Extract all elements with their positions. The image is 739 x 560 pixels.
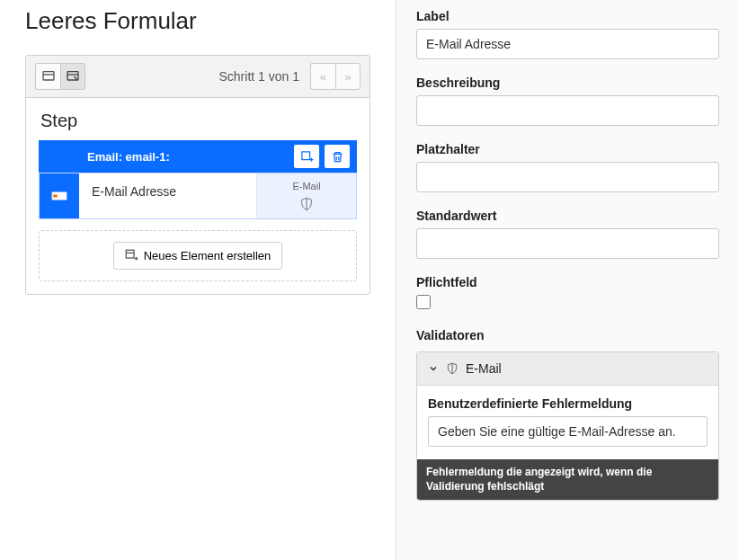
prev-step-button[interactable]: « — [310, 63, 335, 90]
svg-rect-8 — [53, 195, 58, 198]
edit-mode-button[interactable] — [60, 63, 85, 90]
element-type-text: E-Mail — [292, 181, 320, 191]
label-field-title: Label — [416, 9, 719, 23]
element-header: Email: email-1: — [39, 140, 357, 173]
next-step-button[interactable]: » — [335, 63, 361, 90]
preview-mode-button[interactable] — [35, 63, 60, 90]
properties-panel: Label Beschreibung Platzhalter Standardw… — [396, 0, 739, 560]
page-title: Leeres Formular — [25, 7, 370, 35]
chevron-right-icon: » — [344, 70, 351, 84]
chevron-down-icon — [428, 363, 439, 374]
validator-name: E-Mail — [466, 361, 502, 376]
form-element[interactable]: Email: email-1: E-Mail Adresse E-Mail — [39, 140, 357, 219]
step-counter: Schritt 1 von 1 — [85, 69, 310, 84]
required-checkbox[interactable] — [416, 295, 431, 309]
label-input[interactable] — [416, 29, 719, 59]
add-element-label: Neues Element erstellen — [144, 249, 272, 262]
add-form-icon — [125, 249, 138, 262]
add-element-button[interactable]: Neues Element erstellen — [113, 242, 283, 270]
shield-icon — [299, 197, 314, 211]
validators-title: Validatoren — [416, 328, 719, 342]
add-form-icon — [300, 150, 314, 164]
drag-handle[interactable] — [40, 173, 79, 218]
default-field-title: Standardwert — [416, 209, 719, 223]
placeholder-field-title: Platzhalter — [416, 142, 719, 156]
chevron-left-icon: « — [320, 70, 326, 84]
element-row: E-Mail Adresse E-Mail — [39, 173, 357, 219]
svg-rect-0 — [43, 72, 54, 80]
delete-element-button[interactable] — [325, 145, 350, 168]
element-label-cell: E-Mail Adresse — [79, 173, 257, 218]
validator-panel: E-Mail Benutzerdefinierte Fehlermeldung … — [416, 351, 719, 501]
form-editor-card: Schritt 1 von 1 « » Step Email: email-1: — [25, 55, 370, 295]
add-element-dropzone: Neues Element erstellen — [39, 230, 357, 281]
trash-icon — [331, 150, 344, 164]
layout-icon — [41, 69, 56, 84]
shield-icon — [446, 362, 459, 375]
svg-rect-10 — [126, 250, 134, 258]
description-input[interactable] — [416, 95, 719, 126]
validator-hint: Fehlermeldung die angezeigt wird, wenn d… — [417, 459, 718, 500]
form-toolbar: Schritt 1 von 1 « » — [26, 56, 370, 98]
custom-error-title: Benutzerdefinierte Fehlermeldung — [428, 396, 708, 411]
description-field-title: Beschreibung — [416, 76, 719, 90]
validator-header[interactable]: E-Mail — [417, 352, 718, 386]
default-input[interactable] — [416, 228, 719, 259]
element-header-label: Email: email-1: — [51, 150, 289, 164]
edit-layout-icon — [66, 69, 80, 84]
element-type-cell: E-Mail — [257, 173, 356, 218]
required-field-title: Pflichtfeld — [416, 275, 719, 289]
add-inside-button[interactable] — [294, 145, 319, 168]
step-title: Step — [39, 111, 357, 131]
placeholder-input[interactable] — [416, 162, 719, 192]
svg-rect-4 — [301, 151, 309, 159]
input-icon — [51, 191, 67, 201]
custom-error-input[interactable] — [428, 416, 708, 447]
